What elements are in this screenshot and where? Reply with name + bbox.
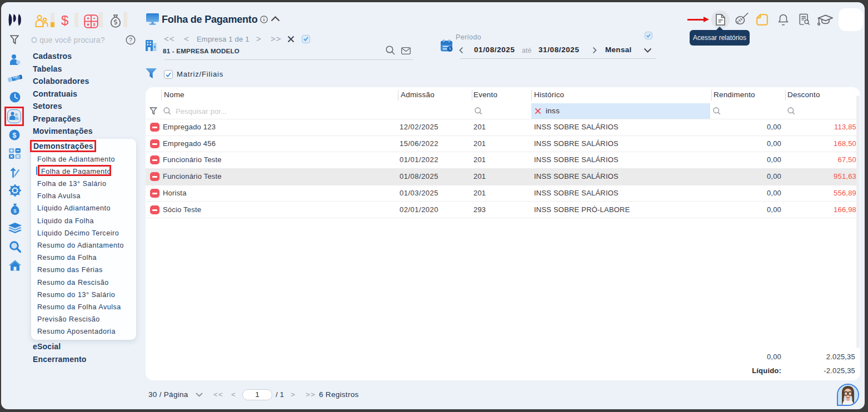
svg-text:$: $ [13, 132, 17, 139]
svg-text:$: $ [13, 208, 17, 214]
svg-text:?: ? [129, 37, 132, 43]
